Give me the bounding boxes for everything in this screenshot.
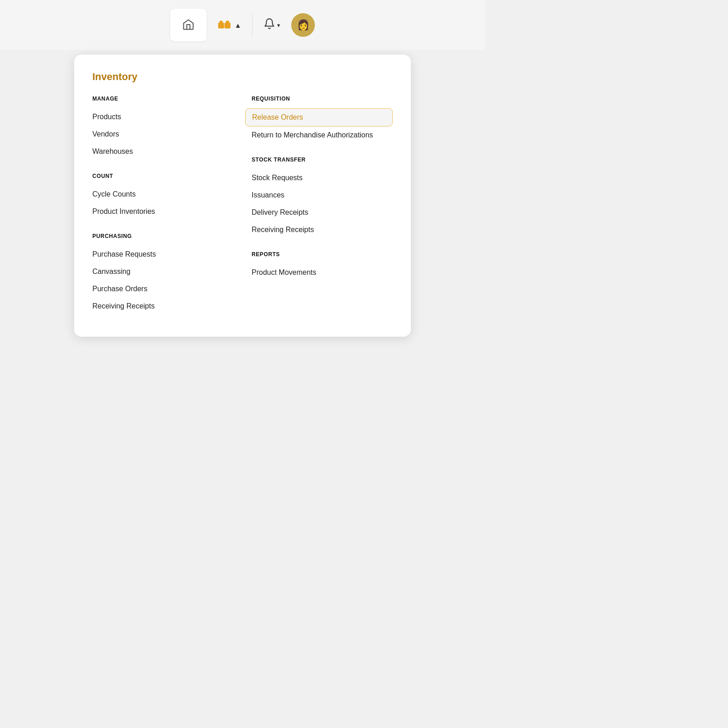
section-label-requisition: REQUISITION	[252, 96, 393, 102]
menu-item-receiving-receipts-left[interactable]: Receiving Receipts	[89, 298, 233, 315]
menu-item-stock-requests[interactable]: Stock Requests	[248, 169, 393, 187]
notifications-button[interactable]: ▾	[263, 18, 280, 32]
menu-item-product-inventories[interactable]: Product Inventories	[89, 203, 233, 220]
svg-rect-3	[226, 21, 229, 23]
inventory-dropdown: Inventory MANAGE Products Vendors Wareho…	[74, 55, 411, 337]
menu-item-receiving-receipts-right[interactable]: Receiving Receipts	[248, 221, 393, 238]
bell-icon	[263, 18, 275, 32]
section-label-manage: MANAGE	[92, 96, 233, 102]
section-label-stock-transfer: STOCK TRANSFER	[252, 157, 393, 163]
section-label-count: COUNT	[92, 173, 233, 179]
menu-item-return-to-merchandise[interactable]: Return to Merchandise Authorizations	[248, 126, 393, 144]
right-column: REQUISITION Release Orders Return to Mer…	[243, 96, 393, 315]
menu-item-cycle-counts[interactable]: Cycle Counts	[89, 186, 233, 203]
nav-divider	[252, 14, 253, 36]
inventory-nav-button[interactable]: ▲	[217, 18, 242, 32]
home-button[interactable]	[170, 9, 207, 41]
menu-item-delivery-receipts[interactable]: Delivery Receipts	[248, 204, 393, 221]
section-label-reports: REPORTS	[252, 251, 393, 258]
dropdown-columns: MANAGE Products Vendors Warehouses COUNT…	[92, 96, 393, 315]
dropdown-title: Inventory	[92, 71, 393, 83]
menu-item-warehouses[interactable]: Warehouses	[89, 143, 233, 160]
menu-item-product-movements[interactable]: Product Movements	[248, 264, 393, 281]
svg-rect-2	[225, 23, 230, 28]
menu-item-purchase-requests[interactable]: Purchase Requests	[89, 246, 233, 263]
bell-arrow: ▾	[277, 22, 280, 29]
avatar-image: 👩	[297, 19, 309, 31]
menu-item-purchase-orders[interactable]: Purchase Orders	[89, 280, 233, 298]
top-bar: ▲ ▾ 👩	[0, 0, 485, 50]
menu-item-products[interactable]: Products	[89, 108, 233, 126]
inventory-nav-arrow: ▲	[235, 21, 242, 29]
inventory-icon	[217, 18, 232, 32]
avatar[interactable]: 👩	[291, 13, 315, 37]
menu-item-release-orders[interactable]: Release Orders	[245, 108, 393, 126]
home-icon	[182, 18, 195, 32]
svg-rect-0	[218, 23, 224, 28]
menu-item-vendors[interactable]: Vendors	[89, 126, 233, 143]
left-column: MANAGE Products Vendors Warehouses COUNT…	[92, 96, 243, 315]
menu-item-canvassing[interactable]: Canvassing	[89, 263, 233, 280]
menu-item-issuances[interactable]: Issuances	[248, 187, 393, 204]
svg-rect-1	[220, 21, 222, 23]
section-label-purchasing: PURCHASING	[92, 233, 233, 239]
